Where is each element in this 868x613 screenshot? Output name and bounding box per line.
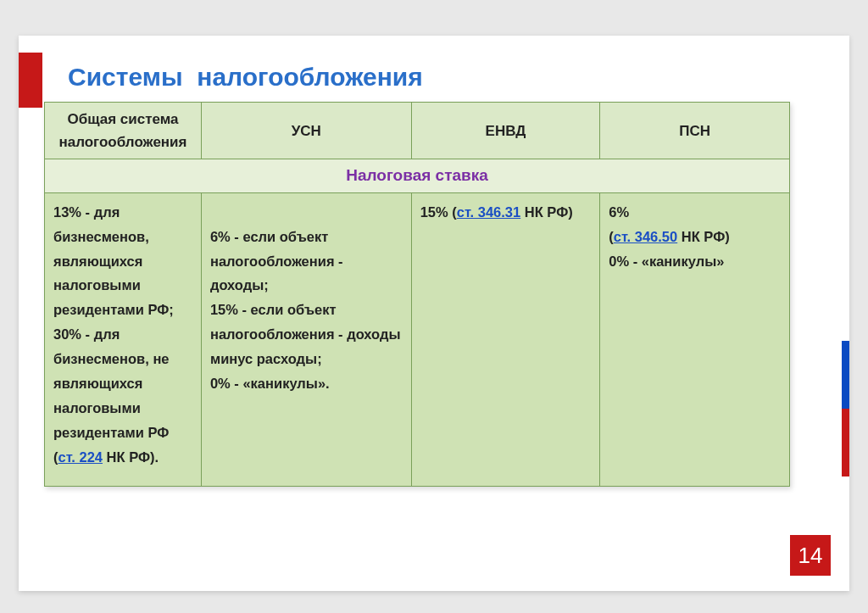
cell-envd: 15% (ст. 346.31 НК РФ) xyxy=(411,192,600,487)
text: 6% - если объект налогообложения - доход… xyxy=(210,229,401,391)
slide-title: Системы налогообложения xyxy=(68,63,423,92)
tax-table: Общая система налогообложения УСН ЕНВД П… xyxy=(44,102,790,487)
cell-general: 13% - для бизнесменов, являющихся налого… xyxy=(45,192,202,487)
table-header-row: Общая система налогообложения УСН ЕНВД П… xyxy=(45,103,790,159)
law-link[interactable]: ст. 224 xyxy=(58,449,103,465)
header-cell: УСН xyxy=(201,103,411,159)
text: 15% ( xyxy=(420,204,457,220)
text: НК РФ) xyxy=(677,229,730,244)
header-cell: Общая система налогообложения xyxy=(45,103,202,159)
text: 6% xyxy=(609,204,629,220)
flag-decoration xyxy=(842,273,849,476)
flag-blue xyxy=(842,341,849,409)
law-link[interactable]: ст. 346.50 xyxy=(614,229,677,244)
text: НК РФ) xyxy=(520,204,573,220)
accent-bar xyxy=(19,53,42,108)
table-body-row: 13% - для бизнесменов, являющихся налого… xyxy=(45,192,790,487)
flag-red xyxy=(842,409,849,476)
header-cell: ПСН xyxy=(600,103,790,159)
header-cell: ЕНВД xyxy=(411,103,600,159)
law-link[interactable]: ст. 346.31 xyxy=(457,204,520,220)
slide: Системы налогообложения Общая система на… xyxy=(19,36,849,591)
flag-white xyxy=(842,273,849,341)
page-number: 14 xyxy=(790,535,831,576)
rate-header-row: Налоговая ставка xyxy=(45,159,790,192)
cell-usn: 6% - если объект налогообложения - доход… xyxy=(201,192,411,487)
text: 13% - для бизнесменов, являющихся налого… xyxy=(53,204,174,465)
text: 0% - «каникулы» xyxy=(609,254,724,269)
cell-psn: 6% (ст. 346.50 НК РФ) 0% - «каникулы» xyxy=(600,192,790,487)
text: НК РФ). xyxy=(103,449,159,465)
rate-label: Налоговая ставка xyxy=(45,159,790,192)
